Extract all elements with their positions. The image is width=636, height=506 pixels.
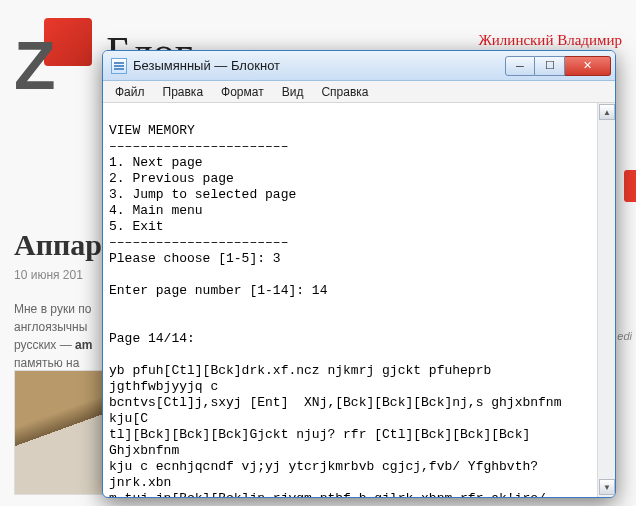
menu-help[interactable]: Справка (313, 83, 376, 101)
menu-bar: Файл Правка Формат Вид Справка (103, 81, 615, 103)
vertical-scrollbar[interactable]: ▲ ▼ (597, 103, 615, 497)
notepad-app-icon (111, 58, 127, 74)
scroll-up-icon[interactable]: ▲ (599, 104, 615, 120)
window-title: Безымянный — Блокнот (133, 58, 499, 73)
site-logo: Z (14, 12, 94, 92)
minimize-button[interactable]: ─ (505, 56, 535, 76)
titlebar[interactable]: Безымянный — Блокнот ─ ☐ ✕ (103, 51, 615, 81)
text-content[interactable]: VIEW MEMORY ––––––––––––––––––––––– 1. N… (103, 103, 597, 497)
editor-area: VIEW MEMORY ––––––––––––––––––––––– 1. N… (103, 103, 615, 497)
menu-edit[interactable]: Правка (155, 83, 212, 101)
menu-file[interactable]: Файл (107, 83, 153, 101)
menu-format[interactable]: Формат (213, 83, 272, 101)
article-date: 10 июня 201 (14, 268, 83, 282)
window-controls: ─ ☐ ✕ (505, 56, 611, 76)
body-line: памятью на (14, 356, 79, 370)
body-line: Мне в руки по (14, 302, 91, 316)
maximize-button[interactable]: ☐ (535, 56, 565, 76)
side-pin (624, 170, 636, 202)
notepad-window[interactable]: Безымянный — Блокнот ─ ☐ ✕ Файл Правка Ф… (102, 50, 616, 498)
edit-hint: edi (617, 330, 632, 342)
close-button[interactable]: ✕ (565, 56, 611, 76)
body-line: русских — (14, 338, 75, 352)
menu-view[interactable]: Вид (274, 83, 312, 101)
body-line: англоязычны (14, 320, 87, 334)
author-link[interactable]: Жилинский Владимир (478, 32, 622, 49)
article-title: Аппар (14, 228, 102, 262)
scroll-down-icon[interactable]: ▼ (599, 479, 615, 495)
body-bold: am (75, 338, 92, 352)
